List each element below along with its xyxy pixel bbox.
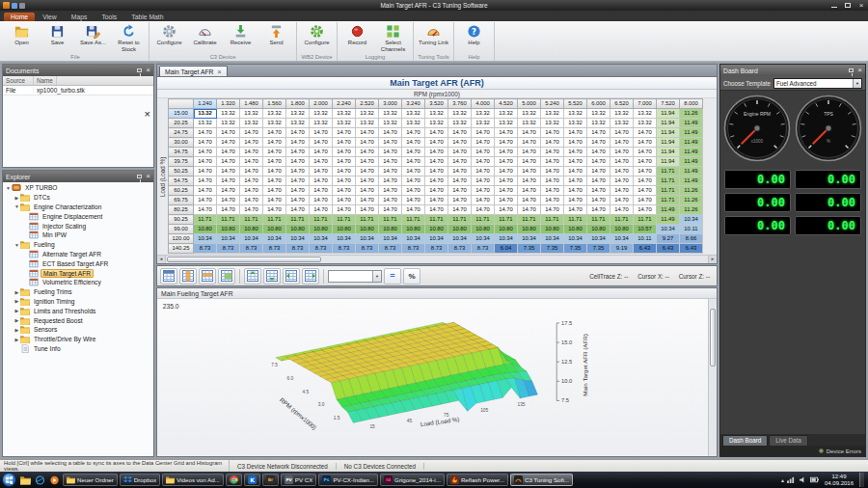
afr-cell[interactable]: 14.70 (379, 196, 402, 205)
afr-cell[interactable]: 14.70 (240, 167, 263, 176)
afr-cell[interactable]: 14.70 (194, 176, 217, 186)
rpm-column-header[interactable]: 7.520 (657, 99, 680, 109)
afr-cell[interactable]: 10.34 (472, 234, 495, 244)
afr-cell[interactable]: 14.70 (194, 128, 217, 138)
afr-cell[interactable]: 14.70 (634, 205, 657, 215)
afr-cell[interactable]: 14.70 (541, 176, 564, 186)
expander-icon[interactable]: ▶ (14, 298, 20, 304)
afr-cell[interactable]: 14.70 (310, 148, 333, 157)
afr-cell[interactable]: 11.94 (657, 119, 680, 128)
taskbar-button-pv-cx-indian[interactable]: PsPV-CX-Indian... (318, 474, 378, 486)
rpm-column-header[interactable]: 1.800 (286, 99, 310, 109)
pin-icon[interactable] (849, 68, 854, 72)
afr-cell[interactable]: 13.32 (634, 109, 657, 119)
afr-cell[interactable]: 14.70 (587, 196, 610, 205)
afr-cell[interactable]: 14.70 (356, 205, 379, 215)
afr-cell[interactable]: 14.70 (286, 186, 310, 196)
afr-cell[interactable]: 14.70 (240, 196, 263, 205)
afr-cell[interactable]: 13.32 (217, 119, 240, 128)
afr-cell[interactable]: 13.32 (564, 109, 587, 119)
afr-cell[interactable]: 14.70 (194, 196, 217, 205)
afr-cell[interactable]: 14.70 (333, 138, 356, 148)
remove-document-button[interactable]: × (145, 109, 150, 120)
afr-cell[interactable]: 14.70 (495, 167, 518, 176)
rpm-column-header[interactable]: 3.520 (425, 99, 448, 109)
afr-cell[interactable]: 14.70 (333, 205, 356, 215)
afr-cell[interactable]: 14.70 (610, 138, 634, 148)
expander-icon[interactable]: ▶ (14, 195, 20, 201)
load-row-header[interactable]: 15.00 (169, 109, 194, 119)
load-row-header[interactable]: 99.00 (169, 225, 194, 234)
afr-cell[interactable]: 14.70 (448, 157, 472, 167)
afr-cell[interactable]: 14.70 (356, 128, 379, 138)
taskbar-button-videos-von-ad[interactable]: Videos von Ad... (162, 474, 224, 486)
afr-cell[interactable]: 11.71 (217, 215, 240, 225)
afr-cell[interactable]: 14.70 (518, 157, 541, 167)
afr-cell[interactable]: 14.70 (564, 148, 587, 157)
afr-cell[interactable]: 14.70 (379, 138, 402, 148)
afr-cell[interactable]: 13.32 (286, 119, 310, 128)
afr-cell[interactable]: 8.66 (680, 234, 703, 244)
afr-cell[interactable]: 14.70 (194, 148, 217, 157)
expander-icon[interactable]: ▶ (14, 327, 20, 333)
afr-cell[interactable]: 14.70 (402, 138, 425, 148)
afr-cell[interactable]: 13.32 (448, 119, 472, 128)
afr-cell[interactable]: 14.70 (541, 157, 564, 167)
afr-cell[interactable]: 10.34 (217, 234, 240, 244)
taskbar-clock[interactable]: 12:49 04.09.2016 (822, 474, 856, 486)
table-col-button[interactable] (179, 268, 197, 285)
start-button[interactable] (2, 473, 16, 487)
afr-cell[interactable]: 14.70 (634, 157, 657, 167)
afr-cell[interactable]: 14.70 (425, 167, 448, 176)
quick-access-icon-2[interactable] (19, 3, 25, 9)
afr-cell[interactable]: 10.80 (472, 225, 495, 234)
taskbar-button-c3-tuning-soft[interactable]: C3 Tuning Soft... (510, 474, 573, 486)
afr-cell[interactable]: 11.94 (657, 128, 680, 138)
afr-cell[interactable]: 14.70 (356, 186, 379, 196)
open-button[interactable]: Open (4, 22, 40, 53)
afr-cell[interactable]: 14.70 (379, 157, 402, 167)
afr-cell[interactable]: 14.70 (495, 128, 518, 138)
afr-cell[interactable]: 8.73 (402, 244, 425, 254)
afr-cell[interactable]: 14.70 (240, 186, 263, 196)
dash-tab-dash-board[interactable]: Dash Board (722, 435, 768, 446)
afr-cell[interactable]: 14.70 (240, 138, 263, 148)
afr-cell[interactable]: 10.34 (333, 234, 356, 244)
expander-icon[interactable]: ▼ (5, 185, 12, 191)
afr-cell[interactable]: 14.70 (310, 128, 333, 138)
afr-cell[interactable]: 8.73 (217, 244, 240, 254)
afr-cell[interactable]: 14.70 (356, 138, 379, 148)
afr-cell[interactable]: 14.70 (286, 205, 310, 215)
afr-cell[interactable]: 10.80 (194, 225, 217, 234)
tree-item-ignition-timing[interactable]: ▶Ignition Timing (3, 297, 153, 307)
expander-icon[interactable]: ▶ (14, 308, 20, 313)
afr-cell[interactable]: 13.32 (263, 119, 286, 128)
afr-cell[interactable]: 14.70 (448, 128, 472, 138)
chevron-down-icon[interactable]: ▼ (372, 271, 381, 282)
afr-cell[interactable]: 10.34 (356, 234, 379, 244)
rpm-column-header[interactable]: 1.240 (194, 99, 217, 109)
afr-cell[interactable]: 14.70 (518, 205, 541, 215)
afr-cell[interactable]: 14.70 (495, 148, 518, 157)
afr-cell[interactable]: 14.70 (263, 186, 286, 196)
afr-cell[interactable]: 14.70 (587, 167, 610, 176)
afr-cell[interactable]: 11.71 (448, 215, 472, 225)
afr-cell[interactable]: 14.70 (448, 138, 472, 148)
afr-cell[interactable]: 10.34 (448, 234, 472, 244)
taskbar-button-br[interactable]: Br (262, 474, 279, 486)
afr-cell[interactable]: 14.70 (286, 157, 310, 167)
tree-item-fueling[interactable]: ▼Fueling (3, 240, 153, 250)
afr-cell[interactable]: 14.70 (518, 186, 541, 196)
afr-cell[interactable]: 13.32 (610, 109, 634, 119)
rpm-column-header[interactable]: 2.000 (310, 99, 333, 109)
afr-cell[interactable]: 14.70 (472, 176, 495, 186)
tuning-link-button[interactable]: Tuning Link (416, 22, 451, 53)
afr-cell[interactable]: 13.32 (472, 109, 495, 119)
afr-cell[interactable]: 10.34 (680, 215, 703, 225)
afr-cell[interactable]: 10.80 (425, 225, 448, 234)
tree-item-sensors[interactable]: ▶Sensors (3, 325, 153, 335)
afr-cell[interactable]: 7.35 (541, 244, 564, 254)
afr-cell[interactable]: 13.32 (379, 109, 402, 119)
afr-cell[interactable]: 10.11 (680, 225, 703, 234)
tree-item-injector-scaling[interactable]: Injector Scaling (3, 221, 153, 230)
